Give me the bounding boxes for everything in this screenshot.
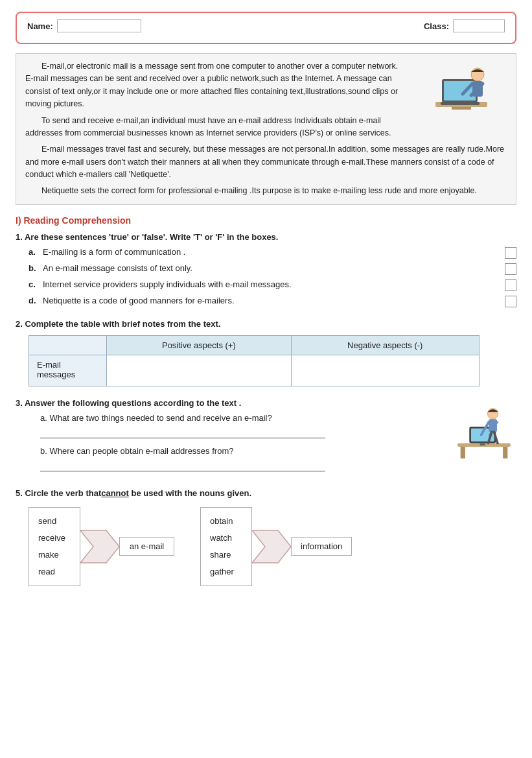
- left-center-text: an e-mail: [130, 541, 164, 551]
- svg-rect-1: [452, 107, 471, 110]
- q1a-checkbox[interactable]: [505, 247, 516, 259]
- left-word-3: make: [38, 547, 71, 563]
- passage-p4: Netiquette sets the correct form for pro…: [25, 185, 507, 197]
- name-label: Name:: [27, 21, 53, 31]
- left-arrow-icon: [80, 524, 119, 569]
- q1b-checkbox[interactable]: [505, 263, 516, 275]
- q1-block: 1. Are these sentences 'true' or 'false'…: [16, 232, 516, 307]
- left-group: send receive make read an e-mail: [29, 507, 174, 586]
- q5-underline-word: cannot: [101, 488, 129, 498]
- q3-answers: a. What are two things needed to send an…: [16, 413, 516, 471]
- q1d-checkbox[interactable]: [505, 296, 516, 307]
- right-center-text: information: [301, 541, 342, 551]
- q3-image: [452, 401, 516, 468]
- class-field-group: Class:: [424, 19, 505, 32]
- notes-table-container: Positive aspects (+) Negative aspects (-…: [16, 335, 516, 386]
- right-arrow-icon: [252, 524, 291, 569]
- q3b-label: b. Where can people obtain e-mail addres…: [40, 446, 233, 456]
- right-word-1: obtain: [210, 513, 242, 530]
- header-fields: Name: Class:: [27, 19, 505, 32]
- table-row-label: E-mail messages: [29, 355, 107, 386]
- q1c-text: Internet service providers supply indivi…: [43, 279, 497, 289]
- q1d-text: Netiquette is a code of good manners for…: [43, 296, 497, 305]
- passage-box: E-mail,or electronic mail is a message s…: [16, 53, 516, 205]
- table-cell-positive[interactable]: [107, 355, 292, 386]
- right-word-3: share: [210, 547, 242, 563]
- q1c-checkbox[interactable]: [505, 279, 516, 291]
- svg-rect-4: [441, 102, 480, 105]
- table-header-empty: [29, 335, 107, 355]
- q1-item-b: b. An e-mail message consists of text on…: [16, 263, 516, 275]
- right-center-label: information: [291, 537, 352, 556]
- q3-answer-b: b. Where can people obtain e-mail addres…: [40, 446, 443, 456]
- class-label: Class:: [424, 21, 449, 31]
- header-card: Name: Class:: [16, 12, 516, 44]
- svg-rect-14: [480, 443, 485, 445]
- q1-title: 1. Are these sentences 'true' or 'false'…: [16, 232, 516, 242]
- left-word-list: send receive make read: [29, 507, 80, 586]
- q5-title-pre: 5. Circle the verb that: [16, 488, 101, 498]
- word-exercise-row: send receive make read an e-mail obtain …: [16, 507, 516, 586]
- right-word-4: gather: [210, 563, 242, 580]
- table-cell-negative[interactable]: [291, 355, 479, 386]
- q2-block: 2. Complete the table with brief notes f…: [16, 319, 516, 386]
- q1a-text: E-mailing is a form of communication .: [43, 247, 497, 257]
- q5-title-post: be used with the nouns given.: [129, 488, 251, 498]
- right-word-list: obtain watch share gather: [200, 507, 252, 586]
- svg-rect-11: [503, 447, 507, 458]
- name-field-group: Name:: [27, 19, 141, 32]
- q3a-label: a. What are two things needed to send an…: [40, 413, 272, 423]
- q2-title: 2. Complete the table with brief notes f…: [16, 319, 516, 329]
- q1d-label: d.: [29, 296, 43, 305]
- left-center-label: an e-mail: [119, 537, 174, 556]
- q3-answer-a: a. What are two things needed to send an…: [40, 413, 443, 423]
- svg-rect-10: [461, 447, 465, 458]
- right-group: obtain watch share gather information: [200, 507, 352, 586]
- passage-p3: E-mail messages travel fast and securely…: [25, 143, 507, 181]
- q1-item-d: d. Netiquette is a code of good manners …: [16, 296, 516, 307]
- q3-block: 3. Answer the following questions accord…: [16, 398, 516, 477]
- left-word-4: read: [38, 563, 71, 580]
- passage-image: [416, 63, 507, 135]
- notes-table: Positive aspects (+) Negative aspects (-…: [29, 335, 480, 386]
- q1a-label: a.: [29, 247, 43, 257]
- q1b-text: An e-mail message consists of text only.: [43, 263, 497, 273]
- q5-block: 5. Circle the verb thatcannot be used wi…: [16, 488, 516, 586]
- q5-title: 5. Circle the verb thatcannot be used wi…: [16, 488, 516, 498]
- left-word-1: send: [38, 513, 71, 530]
- section-title: I) Reading Comprehension: [16, 215, 516, 226]
- q1-item-a: a. E-mailing is a form of communication …: [16, 247, 516, 259]
- q1c-label: c.: [29, 279, 43, 289]
- left-word-2: receive: [38, 530, 71, 547]
- right-word-2: watch: [210, 530, 242, 547]
- class-input[interactable]: [453, 19, 505, 32]
- table-row-1: E-mail messages: [29, 355, 480, 386]
- q1b-label: b.: [29, 263, 43, 273]
- q3a-underline[interactable]: [40, 427, 325, 438]
- q3-title: 3. Answer the following questions accord…: [16, 398, 516, 408]
- q3b-underline[interactable]: [40, 460, 325, 471]
- table-col1-header: Positive aspects (+): [107, 335, 292, 355]
- name-input[interactable]: [57, 19, 141, 32]
- table-col2-header: Negative aspects (-): [291, 335, 479, 355]
- svg-marker-21: [80, 530, 119, 563]
- q3-content: 3. Answer the following questions accord…: [16, 398, 516, 471]
- q1-item-c: c. Internet service providers supply ind…: [16, 279, 516, 291]
- svg-marker-22: [252, 530, 291, 563]
